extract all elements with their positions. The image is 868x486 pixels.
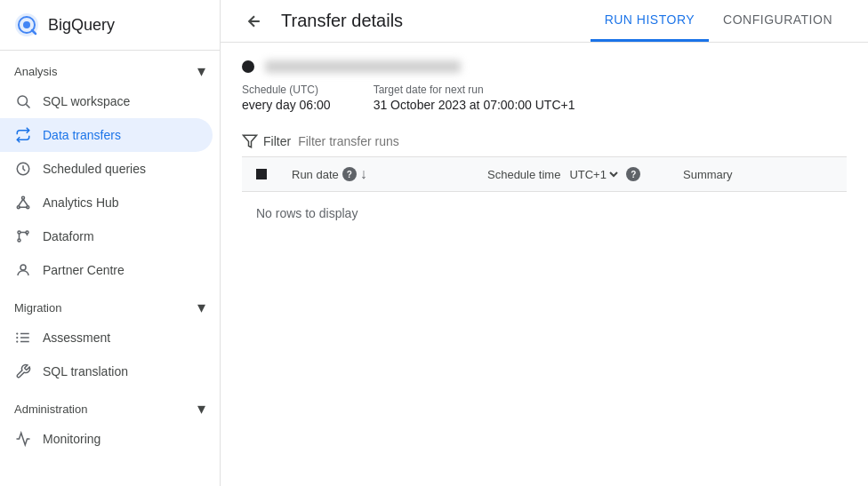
schedule-help-icon[interactable]: ?	[626, 167, 640, 181]
tab-configuration[interactable]: CONFIGURATION	[709, 0, 847, 42]
page-title: Transfer details	[281, 11, 403, 31]
sidebar-item-assessment[interactable]: Assessment	[0, 321, 213, 355]
timezone-select[interactable]: UTC+1 UTC UTC-1	[566, 167, 621, 182]
target-value: 31 October 2023 at 07:00:00 UTC+1	[374, 98, 575, 112]
sidebar-item-monitoring[interactable]: Monitoring	[0, 422, 213, 456]
bigquery-logo-icon	[14, 12, 39, 37]
sidebar-section-administration[interactable]: Administration ▾	[0, 388, 220, 422]
col-status	[256, 169, 292, 179]
swap-icon	[14, 126, 32, 144]
col-schedule-label: Schedule time	[487, 168, 560, 181]
svg-line-5	[26, 104, 29, 108]
col-summary: Summary	[683, 168, 832, 181]
sidebar-item-dataform[interactable]: Dataform	[0, 219, 213, 253]
main-content: Transfer details RUN HISTORY CONFIGURATI…	[221, 0, 868, 486]
sidebar-app-title: BigQuery	[48, 16, 115, 35]
chart-icon	[14, 430, 32, 448]
sidebar-label-dataform: Dataform	[43, 229, 94, 243]
col-run-date-label: Run date	[292, 168, 339, 181]
col-summary-label: Summary	[683, 168, 733, 181]
section-analysis-chevron: ▾	[197, 61, 205, 81]
branch-icon	[14, 227, 32, 245]
blurred-name-bar	[265, 60, 461, 73]
sidebar-item-data-transfers[interactable]: Data transfers	[0, 118, 213, 152]
sidebar-item-scheduled-queries[interactable]: Scheduled queries	[0, 152, 213, 186]
filter-row: Filter	[242, 126, 847, 157]
svg-point-14	[18, 239, 20, 242]
hub-icon	[14, 194, 32, 211]
table-header: Run date ? ↓ Schedule time UTC+1 UTC UTC…	[242, 157, 847, 192]
person-icon	[14, 261, 32, 279]
section-administration-chevron: ▾	[197, 399, 205, 418]
target-date-block: Target date for next run 31 October 2023…	[374, 84, 575, 112]
sidebar-section-analysis[interactable]: Analysis ▾	[0, 51, 220, 84]
clock-icon	[14, 160, 32, 178]
svg-point-13	[18, 231, 20, 234]
sidebar-item-sql-workspace[interactable]: SQL workspace	[0, 84, 213, 118]
sidebar-section-migration[interactable]: Migration ▾	[0, 287, 220, 321]
sidebar-label-monitoring: Monitoring	[43, 432, 100, 446]
sidebar-label-partner-centre: Partner Centre	[43, 263, 125, 277]
wrench-icon	[14, 363, 32, 380]
filter-icon	[242, 133, 258, 149]
sidebar-label-assessment: Assessment	[43, 331, 110, 345]
filter-label: Filter	[263, 134, 291, 148]
svg-point-7	[22, 196, 25, 199]
content-area: Schedule (UTC) every day 06:00 Target da…	[221, 43, 868, 486]
sidebar-logo[interactable]: BigQuery	[0, 0, 220, 51]
schedule-label: Schedule (UTC)	[242, 84, 331, 96]
sidebar-label-sql-workspace: SQL workspace	[43, 94, 130, 108]
section-migration-chevron: ▾	[197, 298, 205, 317]
run-date-help-icon[interactable]: ?	[342, 167, 357, 181]
schedule-block: Schedule (UTC) every day 06:00	[242, 84, 331, 112]
sidebar-item-analytics-hub[interactable]: Analytics Hub	[0, 186, 213, 219]
sort-desc-icon[interactable]: ↓	[360, 166, 367, 182]
svg-point-2	[23, 21, 30, 28]
svg-point-22	[16, 340, 18, 342]
schedule-info: Schedule (UTC) every day 06:00 Target da…	[242, 84, 847, 112]
svg-point-16	[20, 265, 26, 270]
col-run-date: Run date ? ↓	[292, 166, 487, 182]
svg-point-21	[16, 337, 18, 339]
back-button[interactable]	[242, 12, 267, 30]
tab-run-history[interactable]: RUN HISTORY	[591, 0, 709, 42]
main-header: Transfer details RUN HISTORY CONFIGURATI…	[221, 0, 868, 43]
list-icon	[14, 329, 32, 347]
status-row	[242, 60, 847, 73]
filter-icon-wrap: Filter	[242, 133, 291, 149]
sidebar-item-sql-translation[interactable]: SQL translation	[0, 355, 213, 388]
svg-line-11	[23, 199, 28, 206]
svg-point-20	[16, 332, 18, 334]
sidebar: BigQuery Analysis ▾ SQL workspace Data t…	[0, 0, 221, 486]
sidebar-label-scheduled-queries: Scheduled queries	[43, 162, 146, 176]
svg-marker-24	[244, 135, 257, 147]
col-schedule-time: Schedule time UTC+1 UTC UTC-1 ?	[487, 167, 683, 182]
target-label: Target date for next run	[374, 84, 575, 96]
svg-point-4	[18, 96, 28, 106]
sidebar-item-partner-centre[interactable]: Partner Centre	[0, 253, 213, 287]
status-dot	[242, 60, 254, 73]
filter-input[interactable]	[298, 134, 847, 148]
search-icon	[14, 92, 32, 110]
sidebar-label-data-transfers: Data transfers	[43, 128, 121, 142]
section-migration-label: Migration	[14, 301, 61, 315]
section-administration-label: Administration	[14, 402, 87, 416]
schedule-value: every day 06:00	[242, 98, 331, 112]
section-analysis-label: Analysis	[14, 65, 57, 78]
no-rows-message: No rows to display	[242, 192, 847, 235]
header-tabs: RUN HISTORY CONFIGURATION	[591, 0, 847, 42]
sidebar-label-sql-translation: SQL translation	[43, 364, 128, 378]
sidebar-label-analytics-hub: Analytics Hub	[43, 195, 119, 210]
svg-line-10	[19, 199, 23, 206]
